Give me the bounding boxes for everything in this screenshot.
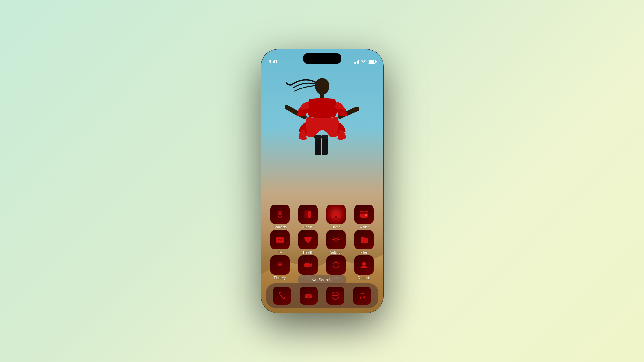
app-findmy[interactable]: Find My [268, 255, 292, 280]
phone-outer: 9:41 [261, 49, 383, 313]
dock [266, 283, 378, 308]
svg-point-7 [279, 212, 281, 214]
svg-text:tv: tv [278, 238, 282, 242]
dock-music[interactable] [352, 287, 372, 305]
app-files-label: Files [360, 251, 368, 254]
status-icons [354, 60, 376, 64]
svg-point-27 [360, 297, 361, 299]
svg-rect-5 [321, 135, 328, 139]
app-files[interactable]: Files [352, 230, 376, 254]
dock-safari[interactable] [326, 287, 345, 305]
app-settings-label: Settings [330, 251, 342, 254]
app-books-label: Books [303, 225, 312, 229]
svg-rect-13 [365, 214, 367, 216]
app-contacts-label: Contacts [358, 276, 370, 280]
search-bar[interactable]: Search [298, 275, 346, 285]
app-settings[interactable]: Settings [324, 230, 348, 254]
app-health[interactable]: Health [296, 230, 320, 254]
wifi-icon [361, 60, 366, 64]
app-tv-label: TV [278, 251, 282, 254]
app-row-1: Podcasts Books [266, 205, 378, 229]
app-tv[interactable]: tv TV [268, 230, 292, 254]
app-podcasts-label: Podcasts [273, 225, 287, 229]
app-home-label: Home [332, 225, 340, 229]
svg-rect-10 [305, 211, 308, 218]
signal-icon [354, 60, 359, 64]
app-wallet[interactable]: Wallet [352, 205, 376, 229]
svg-rect-2 [315, 136, 321, 155]
app-podcasts[interactable]: Podcasts [268, 205, 292, 229]
svg-rect-9 [308, 211, 311, 218]
person-figure [285, 67, 359, 183]
svg-rect-19 [304, 263, 310, 267]
svg-point-16 [335, 238, 337, 241]
svg-rect-4 [314, 135, 322, 139]
svg-point-28 [363, 296, 365, 298]
app-wallet-label: Wallet [360, 225, 369, 229]
svg-point-0 [315, 78, 329, 95]
app-findmy-label: Find My [274, 276, 286, 280]
phone-screen: 9:41 [261, 49, 383, 313]
status-time: 9:41 [269, 59, 278, 64]
svg-rect-12 [360, 212, 368, 214]
app-home[interactable]: Home [324, 205, 348, 229]
app-health-label: Health [303, 251, 313, 254]
battery-icon [368, 60, 376, 64]
svg-point-18 [279, 264, 281, 265]
dynamic-island [303, 53, 341, 64]
svg-point-23 [362, 262, 366, 266]
app-row-2: tv TV Health [266, 230, 378, 254]
app-grid: Podcasts Books [261, 205, 383, 281]
dock-phone[interactable] [272, 287, 292, 305]
app-books[interactable]: Books [296, 205, 320, 229]
dock-mail[interactable] [299, 287, 318, 305]
svg-rect-3 [322, 136, 328, 155]
app-contacts[interactable]: Contacts [352, 255, 376, 280]
search-label: Search [318, 277, 332, 282]
svg-rect-25 [305, 294, 312, 298]
